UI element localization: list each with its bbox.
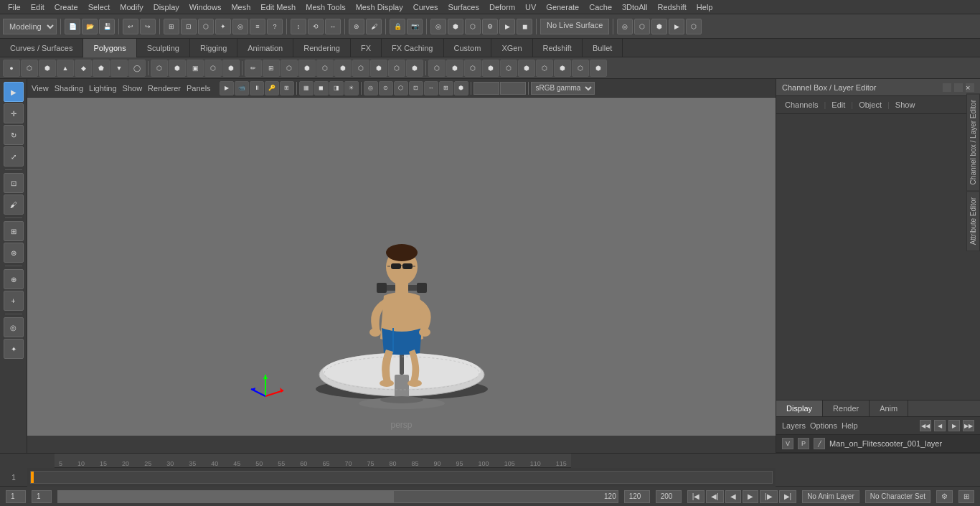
- nurbs-cone-btn[interactable]: ⬡: [204, 60, 222, 77]
- snap-point-btn[interactable]: +: [4, 291, 24, 311]
- range-end-field[interactable]: 120: [624, 490, 650, 503]
- boolean-btn[interactable]: ⬡: [464, 60, 481, 77]
- total-end-field[interactable]: 200: [656, 490, 682, 503]
- menu-file[interactable]: File: [3, 1, 26, 13]
- vp-camera-btn[interactable]: 📹: [235, 81, 249, 95]
- camera-btn[interactable]: 📷: [407, 19, 423, 34]
- rotate-tool-btn2[interactable]: ↻: [4, 125, 24, 145]
- menu-mesh-display[interactable]: Mesh Display: [351, 1, 408, 13]
- transform-tool-btn[interactable]: ↕: [291, 19, 306, 34]
- prefs-btn[interactable]: ⚙: [936, 490, 953, 503]
- soft-select-btn[interactable]: ⊛: [349, 19, 364, 34]
- bridge-btn[interactable]: ⊞: [263, 60, 280, 77]
- tab-rendering[interactable]: Rendering: [293, 39, 351, 57]
- tab-redshift[interactable]: Redshift: [533, 39, 583, 57]
- lighting-menu[interactable]: Lighting: [89, 84, 117, 93]
- show-tab[interactable]: Show: [892, 99, 918, 111]
- menu-select[interactable]: Select: [83, 1, 116, 13]
- menu-display[interactable]: Display: [149, 1, 184, 13]
- sphere-icon-btn[interactable]: ●: [3, 60, 20, 77]
- undo-btn[interactable]: ↩: [123, 19, 138, 34]
- scale-tool-btn[interactable]: ↔: [325, 19, 341, 34]
- render-region-btn[interactable]: ⬢: [448, 19, 463, 34]
- quadrangulate-btn[interactable]: ⬢: [518, 60, 535, 77]
- tab-fx[interactable]: FX: [351, 39, 382, 57]
- lasso-btn[interactable]: ⊡: [4, 173, 24, 193]
- rotate-tool-btn[interactable]: ⟲: [308, 19, 324, 34]
- snap-grid-btn[interactable]: ⊕: [4, 269, 24, 289]
- layer-first-btn[interactable]: ◀◀: [920, 420, 931, 431]
- layer-visibility-btn[interactable]: V: [782, 438, 793, 449]
- scale-tool-btn2[interactable]: ⤢: [4, 146, 24, 167]
- object-tab[interactable]: Object: [856, 99, 885, 111]
- viewport-3d[interactable]: persp: [27, 98, 776, 436]
- layer-next-btn[interactable]: ▶: [948, 420, 960, 431]
- renderer-menu[interactable]: Renderer: [148, 84, 181, 93]
- fill-hole-btn[interactable]: ⬢: [406, 60, 423, 77]
- frame-field-1[interactable]: 1: [6, 490, 26, 503]
- help-label[interactable]: Help: [842, 421, 858, 430]
- triangulate-btn[interactable]: ⬡: [500, 60, 517, 77]
- menu-modify[interactable]: Modify: [115, 1, 148, 13]
- vp-snap-grid-btn[interactable]: ⊞: [280, 81, 294, 95]
- cylinder-icon-btn[interactable]: ⬢: [39, 60, 56, 77]
- cube-icon-btn[interactable]: ⬡: [21, 60, 38, 77]
- move-tool-btn[interactable]: ✛: [4, 103, 24, 123]
- help-btn[interactable]: ?: [267, 19, 283, 34]
- menu-redshift[interactable]: Redshift: [652, 1, 691, 13]
- render-tab[interactable]: Render: [823, 400, 870, 416]
- select-by-component-btn[interactable]: ⊡: [181, 19, 197, 34]
- edit-tab[interactable]: Edit: [829, 99, 848, 111]
- snap-to-point-btn[interactable]: ◎: [232, 19, 248, 34]
- plane-icon-btn[interactable]: ⬟: [93, 60, 110, 77]
- tab-polygons[interactable]: Polygons: [83, 39, 136, 57]
- vp-solid-btn[interactable]: ◼: [314, 81, 329, 95]
- disk-icon-btn[interactable]: ▼: [110, 60, 128, 77]
- transform-btn[interactable]: ⊞: [4, 221, 24, 241]
- redo-btn[interactable]: ↪: [140, 19, 156, 34]
- nurbs-cube-btn[interactable]: ⬢: [169, 60, 186, 77]
- panel-close-btn[interactable]: ×: [966, 83, 974, 92]
- layer-playback-btn[interactable]: P: [798, 438, 809, 449]
- menu-mesh-tools[interactable]: Mesh Tools: [301, 1, 350, 13]
- menu-edit[interactable]: Edit: [26, 1, 50, 13]
- vp-light-btn[interactable]: ☀: [344, 81, 359, 95]
- merge-btn[interactable]: ⬢: [298, 60, 316, 77]
- nurbs-plane-btn[interactable]: ⬢: [222, 60, 240, 77]
- render-extra3-btn[interactable]: ⬢: [651, 19, 667, 34]
- render-extra5-btn[interactable]: ⬡: [686, 19, 702, 34]
- smooth-btn[interactable]: ⬢: [482, 60, 499, 77]
- tab-bullet[interactable]: Bullet: [583, 39, 623, 57]
- menu-deform[interactable]: Deform: [484, 1, 520, 13]
- layer-prev-btn[interactable]: ◀: [934, 420, 946, 431]
- vp-grid-btn[interactable]: ⬢: [454, 81, 468, 95]
- target-weld-btn[interactable]: ⬡: [316, 60, 334, 77]
- menu-windows[interactable]: Windows: [184, 1, 227, 13]
- show-menu[interactable]: Show: [123, 84, 143, 93]
- menu-edit-mesh[interactable]: Edit Mesh: [255, 1, 301, 13]
- menu-3dtoa[interactable]: 3DtoAll: [617, 1, 652, 13]
- render-extra4-btn[interactable]: ▶: [669, 19, 684, 34]
- vp-texture-btn[interactable]: ◨: [329, 81, 344, 95]
- live-surface-btn[interactable]: No Live Surface: [540, 19, 609, 34]
- separate-btn[interactable]: ⬢: [446, 60, 463, 77]
- frame-slider[interactable]: 120: [57, 490, 618, 503]
- frame-field-2[interactable]: 1: [32, 490, 52, 503]
- layer-last-btn[interactable]: ▶▶: [963, 420, 974, 431]
- layers-label[interactable]: Layers: [782, 421, 806, 430]
- connect-btn[interactable]: ⬡: [352, 60, 369, 77]
- extrude-btn[interactable]: ✏: [245, 60, 262, 77]
- cleanup-btn[interactable]: ⬢: [590, 60, 607, 77]
- nurbs-cyl-btn[interactable]: ▣: [187, 60, 204, 77]
- ipr-btn[interactable]: ⬡: [465, 19, 481, 34]
- combine-btn[interactable]: ⬡: [428, 60, 446, 77]
- snap-to-view-btn[interactable]: ≡: [250, 19, 265, 34]
- rotate-input[interactable]: 0.00: [473, 82, 499, 95]
- channel-box-tab[interactable]: Channel box / Layer Editor: [966, 93, 980, 191]
- panel-minimize-btn[interactable]: [943, 83, 951, 92]
- select-tool-btn[interactable]: ▶: [4, 82, 24, 102]
- save-btn[interactable]: 💾: [99, 19, 115, 34]
- paint-btn[interactable]: 🖌: [4, 195, 24, 215]
- tab-animation[interactable]: Animation: [237, 39, 293, 57]
- menu-help[interactable]: Help: [692, 1, 718, 13]
